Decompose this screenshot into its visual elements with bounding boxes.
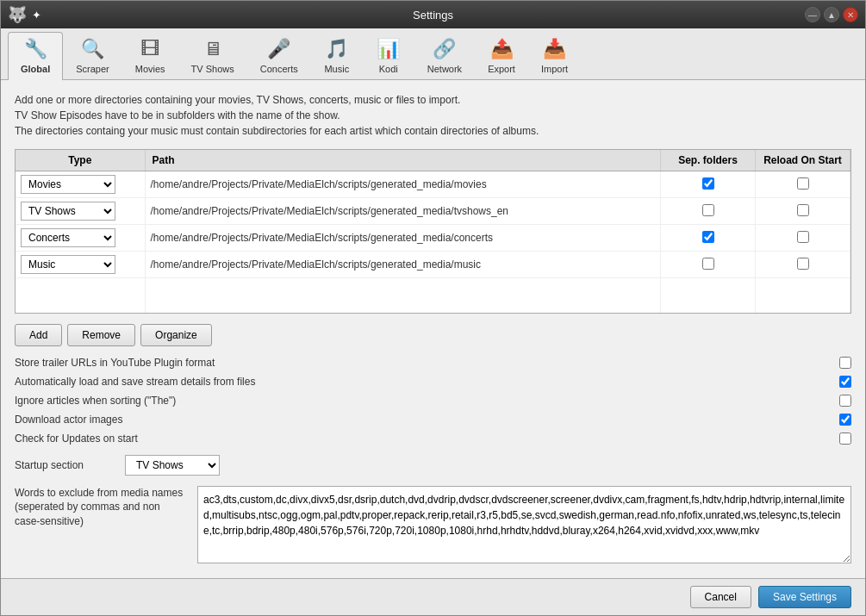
- tab-export-label: Export: [488, 64, 515, 74]
- table-row: MoviesTV ShowsConcertsMusic/home/andre/P…: [16, 198, 850, 225]
- desc-line1: Add one or more directories containing y…: [15, 92, 851, 108]
- window-title: Settings: [413, 9, 453, 22]
- tab-music-label: Music: [324, 64, 349, 74]
- option-checkbox-auto-load[interactable]: [839, 376, 851, 388]
- reload-on-start-checkbox-0[interactable]: [797, 177, 809, 190]
- desc-line2: TV Show Episodes have to be in subfolder…: [15, 108, 851, 123]
- path-cell-2: /home/andre/Projects/Private/MediaElch/s…: [145, 225, 661, 252]
- options-section: Store trailer URLs in YouTube Plugin for…: [15, 357, 851, 445]
- reload-on-start-checkbox-3[interactable]: [797, 258, 809, 270]
- sep-folders-checkbox-2[interactable]: [702, 231, 714, 243]
- tab-network[interactable]: 🔗 Network: [414, 32, 475, 79]
- global-icon: 🔧: [24, 38, 47, 60]
- option-checkbox-download-actor[interactable]: [839, 414, 851, 426]
- concerts-icon: 🎤: [267, 38, 290, 60]
- option-row-store-trailer: Store trailer URLs in YouTube Plugin for…: [15, 357, 851, 369]
- tab-kodi-label: Kodi: [379, 64, 398, 74]
- reload-on-start-checkbox-2[interactable]: [797, 231, 809, 243]
- option-row-download-actor: Download actor images: [15, 414, 851, 426]
- words-label: Words to exclude from media names (seper…: [15, 486, 187, 529]
- reload-on-start-2: [756, 225, 850, 252]
- reload-on-start-1: [756, 198, 850, 225]
- option-label-auto-load: Automatically load and save stream detai…: [15, 376, 832, 388]
- path-cell-3: /home/andre/Projects/Private/MediaElch/s…: [145, 252, 661, 278]
- col-sep-folders: Sep. folders: [661, 150, 756, 171]
- tab-scraper-label: Scraper: [76, 64, 109, 74]
- col-path: Path: [145, 150, 661, 171]
- words-textarea[interactable]: [197, 486, 851, 563]
- directories-table: Type Path Sep. folders Reload On Start M…: [16, 150, 850, 313]
- sep-folders-0: [661, 171, 756, 198]
- movies-icon: 🎞: [140, 38, 159, 60]
- table-buttons-row: Add Remove Organize: [15, 324, 851, 346]
- option-label-store-trailer: Store trailer URLs in YouTube Plugin for…: [15, 357, 832, 369]
- option-row-ignore-articles: Ignore articles when sorting ("The"): [15, 395, 851, 407]
- tab-import[interactable]: 📥 Import: [528, 32, 581, 79]
- col-reload-on-start: Reload On Start: [756, 150, 850, 171]
- option-checkbox-check-updates[interactable]: [839, 432, 851, 445]
- save-settings-button[interactable]: Save Settings: [758, 586, 851, 608]
- network-icon: 🔗: [433, 38, 456, 60]
- tab-music[interactable]: 🎵 Music: [311, 32, 363, 79]
- kodi-icon: 📊: [377, 38, 400, 60]
- reload-on-start-0: [756, 171, 850, 198]
- app-icon: 🐺: [8, 5, 27, 24]
- titlebar-icon2: ✦: [32, 9, 41, 22]
- path-cell-1: /home/andre/Projects/Private/MediaElch/s…: [145, 198, 661, 225]
- reload-on-start-3: [756, 252, 850, 278]
- close-button[interactable]: ✕: [843, 7, 858, 22]
- startup-row: Startup section MoviesTV ShowsConcertsMu…: [15, 455, 851, 476]
- cancel-button[interactable]: Cancel: [690, 586, 751, 608]
- tab-tvshows-label: TV Shows: [191, 64, 234, 74]
- col-type: Type: [16, 150, 145, 171]
- tab-movies-label: Movies: [135, 64, 165, 74]
- table-row: MoviesTV ShowsConcertsMusic/home/andre/P…: [16, 171, 850, 198]
- option-checkbox-store-trailer[interactable]: [839, 357, 851, 369]
- maximize-button[interactable]: ▲: [824, 7, 839, 22]
- option-label-check-updates: Check for Updates on start: [15, 432, 832, 445]
- tab-tvshows[interactable]: 🖥 TV Shows: [178, 32, 247, 79]
- minimize-button[interactable]: —: [805, 7, 820, 22]
- scraper-icon: 🔍: [81, 38, 104, 60]
- empty-row: [16, 278, 850, 313]
- remove-button[interactable]: Remove: [67, 324, 135, 346]
- titlebar: 🐺 ✦ Settings — ▲ ✕: [1, 1, 865, 28]
- tab-export[interactable]: 📤 Export: [475, 32, 528, 79]
- table-row: MoviesTV ShowsConcertsMusic/home/andre/P…: [16, 225, 850, 252]
- option-label-ignore-articles: Ignore articles when sorting ("The"): [15, 395, 832, 407]
- tab-global[interactable]: 🔧 Global: [8, 32, 63, 80]
- sep-folders-checkbox-0[interactable]: [702, 177, 714, 190]
- titlebar-controls: — ▲ ✕: [805, 7, 858, 22]
- music-icon: 🎵: [325, 38, 348, 60]
- type-select-1[interactable]: MoviesTV ShowsConcertsMusic: [21, 202, 115, 221]
- desc-line3: The directories containg your music must…: [15, 123, 851, 139]
- tab-kodi[interactable]: 📊 Kodi: [363, 32, 414, 79]
- sep-folders-checkbox-3[interactable]: [702, 258, 714, 270]
- tab-concerts[interactable]: 🎤 Concerts: [247, 32, 311, 79]
- description: Add one or more directories containing y…: [15, 92, 851, 139]
- option-row-auto-load: Automatically load and save stream detai…: [15, 376, 851, 388]
- export-icon: 📤: [490, 38, 514, 60]
- type-select-0[interactable]: MoviesTV ShowsConcertsMusic: [21, 175, 115, 194]
- sep-folders-3: [661, 252, 756, 278]
- type-select-3[interactable]: MoviesTV ShowsConcertsMusic: [21, 255, 115, 274]
- tvshows-icon: 🖥: [203, 38, 222, 60]
- path-cell-0: /home/andre/Projects/Private/MediaElch/s…: [145, 171, 661, 198]
- startup-label: Startup section: [15, 459, 118, 471]
- sep-folders-checkbox-1[interactable]: [702, 204, 714, 216]
- tab-network-label: Network: [427, 64, 462, 74]
- startup-select[interactable]: MoviesTV ShowsConcertsMusic: [125, 455, 220, 476]
- organize-button[interactable]: Organize: [140, 324, 212, 346]
- type-select-2[interactable]: MoviesTV ShowsConcertsMusic: [21, 228, 115, 247]
- titlebar-left: 🐺 ✦: [8, 5, 41, 24]
- directories-table-container: Type Path Sep. folders Reload On Start M…: [15, 149, 851, 314]
- option-label-download-actor: Download actor images: [15, 414, 832, 426]
- add-button[interactable]: Add: [15, 324, 62, 346]
- reload-on-start-checkbox-1[interactable]: [797, 204, 809, 216]
- tab-movies[interactable]: 🎞 Movies: [122, 32, 178, 79]
- toolbar: 🔧 Global 🔍 Scraper 🎞 Movies 🖥 TV Shows 🎤…: [1, 28, 865, 80]
- tab-scraper[interactable]: 🔍 Scraper: [63, 32, 122, 79]
- option-checkbox-ignore-articles[interactable]: [839, 395, 851, 407]
- tab-import-label: Import: [541, 64, 568, 74]
- sep-folders-1: [661, 198, 756, 225]
